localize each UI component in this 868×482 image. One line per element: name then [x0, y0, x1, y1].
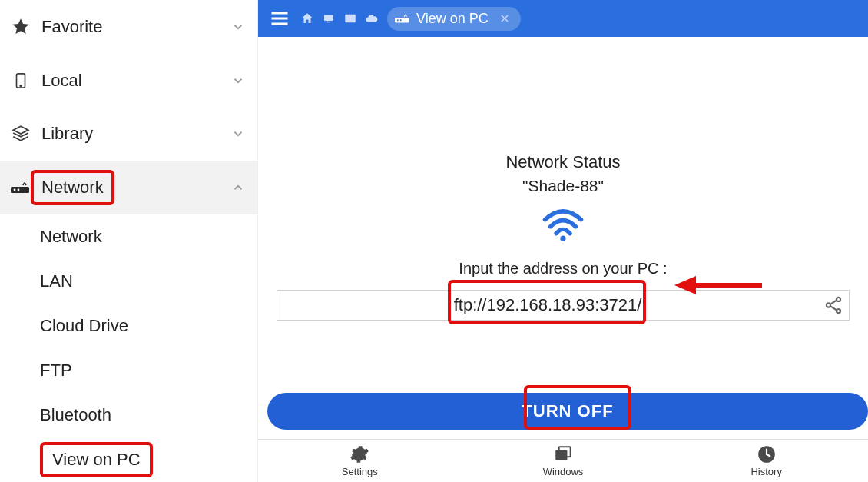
device-icon[interactable] — [321, 11, 336, 26]
turn-off-row: TURN OFF — [267, 393, 868, 430]
sidebar-sub-view-on-pc[interactable]: View on PC — [0, 437, 257, 482]
phone-icon — [11, 71, 31, 91]
chevron-down-icon — [230, 125, 247, 142]
turn-off-button[interactable]: TURN OFF — [267, 393, 868, 430]
instruction-text: Input the address on your PC : — [459, 260, 667, 278]
highlight-annotation: View on PC — [40, 442, 153, 477]
svg-line-20 — [830, 301, 837, 304]
svg-rect-11 — [395, 18, 409, 22]
highlight-annotation: Network — [31, 170, 114, 205]
layers-icon — [11, 124, 31, 144]
sidebar-item-label: Favorite — [41, 17, 230, 37]
sidebar-item-local[interactable]: Local — [0, 54, 257, 108]
nav-label: Settings — [342, 466, 378, 477]
svg-rect-10 — [345, 15, 356, 23]
cloud-icon[interactable] — [364, 11, 379, 26]
sidebar-item-library[interactable]: Library — [0, 107, 257, 161]
top-bar: View on PC — [258, 0, 868, 37]
network-name: "Shade-88" — [522, 177, 604, 195]
chevron-down-icon — [230, 72, 247, 89]
svg-point-13 — [400, 19, 402, 21]
wifi-icon — [541, 206, 585, 246]
sidebar-sub-label: LAN — [40, 271, 73, 291]
arrow-annotation — [673, 271, 765, 302]
star-icon — [11, 17, 31, 37]
close-icon[interactable] — [498, 12, 512, 25]
sidebar-sub-lan[interactable]: LAN — [0, 259, 257, 304]
main-pane: View on PC Network Status "Shade-88" Inp… — [258, 0, 868, 482]
nav-settings[interactable]: Settings — [258, 440, 462, 482]
tab-label: View on PC — [416, 11, 489, 27]
nav-label: Windows — [543, 466, 584, 477]
sidebar-sub-label: View on PC — [52, 450, 141, 469]
sidebar-sub-label: Bluetooth — [40, 405, 111, 425]
active-tab[interactable]: View on PC — [387, 7, 521, 31]
sidebar-sub-cloud-drive[interactable]: Cloud Drive — [0, 304, 257, 348]
svg-marker-23 — [674, 276, 696, 294]
sidebar-item-label: Library — [41, 124, 230, 144]
nav-windows[interactable]: Windows — [462, 440, 665, 482]
share-icon[interactable] — [818, 290, 849, 321]
sidebar-sub-bluetooth[interactable]: Bluetooth — [0, 393, 257, 437]
download-icon[interactable] — [343, 11, 358, 26]
sidebar-item-network[interactable]: Network — [0, 161, 257, 214]
turn-off-label: TURN OFF — [522, 401, 613, 421]
chevron-down-icon — [230, 18, 247, 35]
bottom-nav: Settings Windows History — [258, 439, 868, 482]
nav-label: History — [750, 466, 781, 477]
sidebar-item-label: Network — [41, 178, 104, 197]
sidebar-sub-label: FTP — [40, 361, 72, 381]
clock-icon — [757, 444, 777, 464]
home-icon[interactable] — [300, 11, 315, 26]
svg-line-21 — [830, 306, 837, 310]
router-icon — [395, 12, 410, 25]
top-nav-icons — [300, 11, 379, 26]
sidebar-sub-label: Network — [40, 227, 102, 247]
network-status-title: Network Status — [505, 152, 620, 172]
sidebar-item-label: Local — [41, 71, 230, 91]
sidebar: Favorite Local Library — [0, 0, 258, 482]
content-area: Network Status "Shade-88" Input the addr… — [258, 37, 868, 482]
chevron-up-icon — [230, 179, 247, 196]
svg-point-16 — [560, 236, 565, 241]
sidebar-sub-ftp[interactable]: FTP — [0, 348, 257, 393]
windows-icon — [553, 444, 573, 464]
svg-rect-8 — [324, 15, 333, 22]
svg-rect-9 — [327, 22, 331, 23]
sidebar-sub-label: Cloud Drive — [40, 316, 128, 336]
svg-point-12 — [397, 19, 399, 21]
svg-rect-24 — [555, 450, 567, 460]
svg-point-1 — [20, 85, 22, 86]
svg-point-4 — [18, 188, 20, 191]
sidebar-sub-network[interactable]: Network — [0, 214, 257, 259]
gear-icon — [350, 444, 369, 464]
nav-history[interactable]: History — [664, 440, 868, 482]
svg-point-3 — [14, 188, 16, 191]
menu-button[interactable] — [266, 5, 293, 32]
router-icon — [11, 178, 31, 198]
sidebar-item-favorite[interactable]: Favorite — [0, 0, 257, 54]
